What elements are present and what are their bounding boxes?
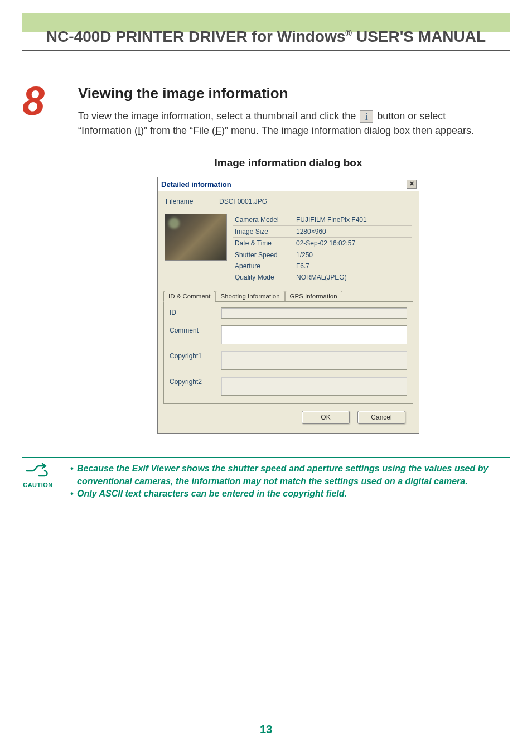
separator [162,210,414,210]
image-size-value: 1280×960 [294,226,412,238]
table-row: Quality Mode NORMAL(JPEG) [233,272,412,283]
caution-icon: CAUTION [22,463,54,488]
dialog-titlebar: Detailed information ✕ [158,177,419,191]
shutter-value: 1/250 [294,249,412,261]
thumbnail-preview [165,214,227,261]
date-time-value: 02-Sep-02 16:02:57 [294,238,412,249]
dialog-title: Detailed information [161,180,231,189]
tab-shooting-information[interactable]: Shooting Information [215,291,284,301]
tab-panel-id-comment: ID Comment Copyright1 Copyright2 [163,301,413,404]
underline-f: F [215,125,221,136]
filename-label: Filename [166,198,209,205]
copyright2-input[interactable] [221,377,407,396]
caution-item-1: Because the Exif Viewer shows the shutte… [70,463,510,488]
filename-value: DSCF0001.JPG [219,198,267,205]
table-row: Shutter Speed 1/250 [233,249,412,261]
copyright2-label: Copyright2 [170,377,214,386]
quality-label: Quality Mode [233,272,294,283]
caution-item-2: Only ASCII text characters can be entere… [70,488,510,500]
tab-strip: ID & Comment Shooting Information GPS In… [163,291,413,301]
shutter-label: Shutter Speed [233,249,294,261]
camera-model-value: FUJIFILM FinePix F401 [294,214,412,226]
aperture-value: F6.7 [294,261,412,272]
tab-gps-information[interactable]: GPS Information [285,291,342,301]
caution-list: Because the Exif Viewer shows the shutte… [70,463,510,500]
header-title-post: USER'S MANUAL [352,28,486,45]
header-rule [22,50,510,51]
cancel-button[interactable]: Cancel [357,411,405,424]
aperture-label: Aperture [233,261,294,272]
registered-mark: ® [345,28,352,38]
caution-label: CAUTION [23,481,53,488]
info-icon: i [360,110,373,123]
tab-id-comment[interactable]: ID & Comment [163,291,215,302]
detailed-information-dialog: Detailed information ✕ Filename DSCF0001… [157,177,419,434]
header-title: NC-400D PRINTER DRIVER for Windows® USER… [0,28,532,46]
section-title: Viewing the image information [78,85,499,102]
para-part-1: To view the image information, select a … [78,110,359,122]
close-button[interactable]: ✕ [407,180,417,189]
para-part-3: )” from the “File ( [141,125,215,136]
id-label: ID [170,307,214,316]
info-table: Camera Model FUJIFILM FinePix F401 Image… [233,214,412,283]
header-title-pre: NC-400D PRINTER DRIVER for Windows [46,28,345,45]
copyright1-label: Copyright1 [170,351,214,360]
ok-button[interactable]: OK [302,411,350,424]
table-row: Image Size 1280×960 [233,226,412,238]
comment-label: Comment [170,325,214,334]
table-row: Aperture F6.7 [233,261,412,272]
caution-rule [22,457,510,458]
table-row: Date & Time 02-Sep-02 16:02:57 [233,238,412,249]
close-icon: ✕ [409,180,414,187]
image-size-label: Image Size [233,226,294,238]
page-number: 13 [0,723,532,736]
comment-input[interactable] [221,325,407,344]
step-number: 8 [22,78,45,124]
para-part-4: )” menu. The image information dialog bo… [221,125,474,136]
camera-model-label: Camera Model [233,214,294,226]
section-paragraph: To view the image information, select a … [78,109,499,138]
quality-value: NORMAL(JPEG) [294,272,412,283]
table-row: Camera Model FUJIFILM FinePix F401 [233,214,412,226]
dialog-caption: Image information dialog box [78,157,499,169]
id-input[interactable] [221,307,407,319]
filename-row: Filename DSCF0001.JPG [162,195,414,210]
copyright1-input[interactable] [221,351,407,370]
date-time-label: Date & Time [233,238,294,249]
